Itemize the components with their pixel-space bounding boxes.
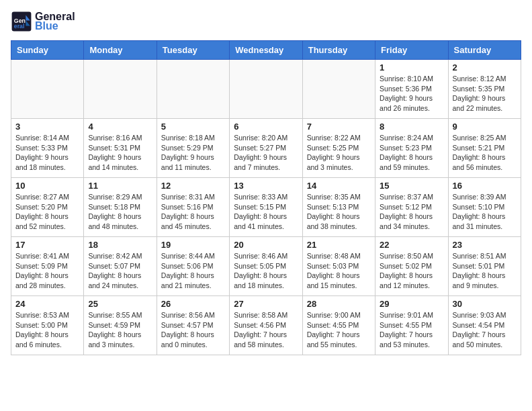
day-info: Sunrise: 8:27 AM Sunset: 5:20 PM Dayligh…: [15, 192, 79, 232]
calendar-day-27: 27Sunrise: 8:58 AM Sunset: 4:56 PM Dayli…: [230, 296, 302, 355]
day-info: Sunrise: 8:46 AM Sunset: 5:05 PM Dayligh…: [234, 251, 298, 291]
day-info: Sunrise: 8:53 AM Sunset: 5:00 PM Dayligh…: [15, 310, 79, 350]
day-number: 4: [88, 122, 152, 132]
day-info: Sunrise: 8:22 AM Sunset: 5:25 PM Dayligh…: [307, 133, 371, 173]
day-number: 18: [88, 240, 152, 250]
day-number: 24: [15, 299, 79, 309]
calendar-day-24: 24Sunrise: 8:53 AM Sunset: 5:00 PM Dayli…: [11, 296, 84, 355]
day-info: Sunrise: 8:20 AM Sunset: 5:27 PM Dayligh…: [234, 133, 298, 173]
weekday-header-sunday: Sunday: [11, 41, 84, 60]
calendar-day-4: 4Sunrise: 8:16 AM Sunset: 5:31 PM Daylig…: [84, 119, 157, 178]
day-number: 17: [15, 240, 79, 250]
calendar-day-empty: [157, 60, 229, 119]
weekday-header-row: SundayMondayTuesdayWednesdayThursdayFrid…: [11, 41, 521, 60]
weekday-header-friday: Friday: [375, 41, 448, 60]
day-info: Sunrise: 8:56 AM Sunset: 4:57 PM Dayligh…: [161, 310, 225, 350]
day-number: 20: [234, 240, 298, 250]
day-info: Sunrise: 8:12 AM Sunset: 5:35 PM Dayligh…: [453, 74, 517, 113]
day-info: Sunrise: 8:33 AM Sunset: 5:15 PM Dayligh…: [234, 192, 298, 232]
day-number: 30: [453, 299, 517, 309]
day-info: Sunrise: 8:39 AM Sunset: 5:10 PM Dayligh…: [453, 192, 517, 232]
day-info: Sunrise: 8:50 AM Sunset: 5:02 PM Dayligh…: [380, 251, 443, 291]
day-info: Sunrise: 9:00 AM Sunset: 4:55 PM Dayligh…: [307, 310, 371, 350]
calendar-day-5: 5Sunrise: 8:18 AM Sunset: 5:29 PM Daylig…: [157, 119, 229, 178]
weekday-header-saturday: Saturday: [448, 41, 521, 60]
day-number: 23: [453, 240, 517, 250]
calendar-day-16: 16Sunrise: 8:39 AM Sunset: 5:10 PM Dayli…: [448, 178, 521, 237]
day-info: Sunrise: 8:55 AM Sunset: 4:59 PM Dayligh…: [88, 310, 152, 350]
calendar-day-30: 30Sunrise: 9:03 AM Sunset: 4:54 PM Dayli…: [448, 296, 521, 355]
day-info: Sunrise: 8:10 AM Sunset: 5:36 PM Dayligh…: [380, 74, 443, 113]
day-info: Sunrise: 8:42 AM Sunset: 5:07 PM Dayligh…: [88, 251, 152, 291]
calendar-day-8: 8Sunrise: 8:24 AM Sunset: 5:23 PM Daylig…: [375, 119, 448, 178]
calendar-week-row: 17Sunrise: 8:41 AM Sunset: 5:09 PM Dayli…: [11, 237, 521, 296]
day-info: Sunrise: 8:37 AM Sunset: 5:12 PM Dayligh…: [380, 192, 443, 232]
day-info: Sunrise: 8:14 AM Sunset: 5:33 PM Dayligh…: [15, 133, 79, 173]
day-number: 13: [234, 181, 298, 191]
weekday-header-thursday: Thursday: [302, 41, 375, 60]
calendar-day-17: 17Sunrise: 8:41 AM Sunset: 5:09 PM Dayli…: [11, 237, 84, 296]
calendar-day-13: 13Sunrise: 8:33 AM Sunset: 5:15 PM Dayli…: [230, 178, 302, 237]
day-info: Sunrise: 8:58 AM Sunset: 4:56 PM Dayligh…: [234, 310, 298, 350]
day-info: Sunrise: 8:29 AM Sunset: 5:18 PM Dayligh…: [88, 192, 152, 232]
day-number: 11: [88, 181, 152, 191]
calendar-week-row: 1Sunrise: 8:10 AM Sunset: 5:36 PM Daylig…: [11, 60, 521, 119]
calendar-day-empty: [230, 60, 302, 119]
day-info: Sunrise: 8:16 AM Sunset: 5:31 PM Dayligh…: [88, 133, 152, 173]
day-info: Sunrise: 8:51 AM Sunset: 5:01 PM Dayligh…: [453, 251, 517, 291]
calendar-day-26: 26Sunrise: 8:56 AM Sunset: 4:57 PM Dayli…: [157, 296, 229, 355]
calendar-day-28: 28Sunrise: 9:00 AM Sunset: 4:55 PM Dayli…: [302, 296, 375, 355]
calendar-day-9: 9Sunrise: 8:25 AM Sunset: 5:21 PM Daylig…: [448, 119, 521, 178]
weekday-header-tuesday: Tuesday: [157, 41, 229, 60]
day-number: 29: [380, 299, 443, 309]
calendar-day-empty: [302, 60, 375, 119]
day-number: 12: [161, 181, 225, 191]
calendar-day-10: 10Sunrise: 8:27 AM Sunset: 5:20 PM Dayli…: [11, 178, 84, 237]
day-number: 10: [15, 181, 79, 191]
calendar-day-11: 11Sunrise: 8:29 AM Sunset: 5:18 PM Dayli…: [84, 178, 157, 237]
calendar-day-7: 7Sunrise: 8:22 AM Sunset: 5:25 PM Daylig…: [302, 119, 375, 178]
calendar-day-20: 20Sunrise: 8:46 AM Sunset: 5:05 PM Dayli…: [230, 237, 302, 296]
day-number: 27: [234, 299, 298, 309]
calendar-week-row: 24Sunrise: 8:53 AM Sunset: 5:00 PM Dayli…: [11, 296, 521, 355]
calendar-day-18: 18Sunrise: 8:42 AM Sunset: 5:07 PM Dayli…: [84, 237, 157, 296]
day-number: 9: [453, 122, 517, 132]
calendar-day-21: 21Sunrise: 8:48 AM Sunset: 5:03 PM Dayli…: [302, 237, 375, 296]
day-number: 22: [380, 240, 443, 250]
calendar-week-row: 3Sunrise: 8:14 AM Sunset: 5:33 PM Daylig…: [11, 119, 521, 178]
day-number: 3: [15, 122, 79, 132]
top-bar: Gen eral General Blue: [11, 11, 521, 35]
day-number: 5: [161, 122, 225, 132]
calendar-table: SundayMondayTuesdayWednesdayThursdayFrid…: [11, 40, 521, 355]
day-info: Sunrise: 8:31 AM Sunset: 5:16 PM Dayligh…: [161, 192, 225, 232]
day-info: Sunrise: 8:44 AM Sunset: 5:06 PM Dayligh…: [161, 251, 225, 291]
calendar-day-19: 19Sunrise: 8:44 AM Sunset: 5:06 PM Dayli…: [157, 237, 229, 296]
day-info: Sunrise: 8:25 AM Sunset: 5:21 PM Dayligh…: [453, 133, 517, 173]
calendar-week-row: 10Sunrise: 8:27 AM Sunset: 5:20 PM Dayli…: [11, 178, 521, 237]
calendar-day-6: 6Sunrise: 8:20 AM Sunset: 5:27 PM Daylig…: [230, 119, 302, 178]
day-number: 14: [307, 181, 371, 191]
day-number: 8: [380, 122, 443, 132]
calendar-day-15: 15Sunrise: 8:37 AM Sunset: 5:12 PM Dayli…: [375, 178, 448, 237]
day-info: Sunrise: 9:03 AM Sunset: 4:54 PM Dayligh…: [453, 310, 517, 350]
calendar-day-25: 25Sunrise: 8:55 AM Sunset: 4:59 PM Dayli…: [84, 296, 157, 355]
calendar-day-2: 2Sunrise: 8:12 AM Sunset: 5:35 PM Daylig…: [448, 60, 521, 119]
svg-text:eral: eral: [14, 23, 25, 30]
calendar-day-3: 3Sunrise: 8:14 AM Sunset: 5:33 PM Daylig…: [11, 119, 84, 178]
day-number: 16: [453, 181, 517, 191]
calendar-day-empty: [84, 60, 157, 119]
day-number: 21: [307, 240, 371, 250]
day-number: 1: [380, 62, 443, 73]
logo-text: General Blue: [35, 11, 75, 32]
calendar-day-empty: [11, 60, 84, 119]
logo: Gen eral General Blue: [11, 11, 75, 32]
day-number: 25: [88, 299, 152, 309]
calendar-day-14: 14Sunrise: 8:35 AM Sunset: 5:13 PM Dayli…: [302, 178, 375, 237]
calendar-day-29: 29Sunrise: 9:01 AM Sunset: 4:55 PM Dayli…: [375, 296, 448, 355]
weekday-header-monday: Monday: [84, 41, 157, 60]
calendar-day-23: 23Sunrise: 8:51 AM Sunset: 5:01 PM Dayli…: [448, 237, 521, 296]
day-number: 15: [380, 181, 443, 191]
day-info: Sunrise: 8:35 AM Sunset: 5:13 PM Dayligh…: [307, 192, 371, 232]
day-info: Sunrise: 8:18 AM Sunset: 5:29 PM Dayligh…: [161, 133, 225, 173]
calendar-day-12: 12Sunrise: 8:31 AM Sunset: 5:16 PM Dayli…: [157, 178, 229, 237]
